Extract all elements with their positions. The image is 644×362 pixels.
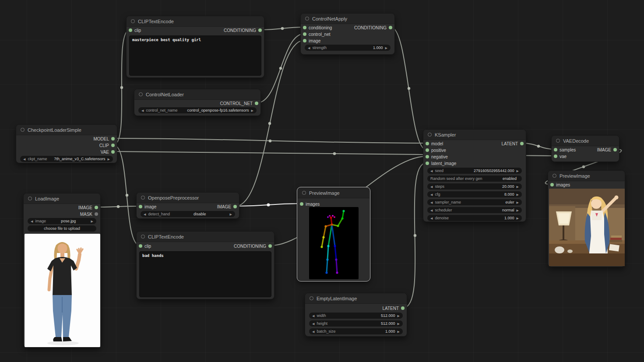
output-slot-image[interactable]: IMAGE <box>78 204 98 211</box>
node-emptylatentimage[interactable]: EmptyLatentImage LATENT width 512.000 he… <box>305 293 407 337</box>
node-vaedecode[interactable]: VAEDecode samples vae IMAGE <box>551 135 619 162</box>
decrement-arrow-icon[interactable] <box>430 201 433 204</box>
increment-arrow-icon[interactable] <box>230 213 232 216</box>
increment-arrow-icon[interactable] <box>398 330 400 333</box>
input-slot-control-net[interactable]: control_net <box>303 31 330 37</box>
decrement-arrow-icon[interactable] <box>141 109 144 112</box>
input-slot-images[interactable]: images <box>550 182 570 188</box>
input-slot-vae[interactable]: vae <box>554 153 567 159</box>
widget-control-net-name[interactable]: control_net_name control_openpose-fp16.s… <box>138 107 257 113</box>
output-slot-latent[interactable]: LATENT <box>501 141 524 147</box>
widget-strength[interactable]: strength 1.000 <box>305 45 391 51</box>
increment-arrow-icon[interactable] <box>517 217 519 220</box>
slot-dot[interactable] <box>95 212 98 216</box>
slot-dot[interactable] <box>426 148 429 152</box>
widget-random-seed-toggle[interactable]: Random seed after every gen enabled <box>427 176 522 182</box>
output-slot-image[interactable]: IMAGE <box>217 204 237 210</box>
decrement-arrow-icon[interactable] <box>312 330 314 333</box>
input-slot-image[interactable]: image <box>303 38 320 44</box>
decrement-arrow-icon[interactable] <box>430 217 433 220</box>
slot-dot[interactable] <box>233 205 237 208</box>
increment-arrow-icon[interactable] <box>517 193 519 196</box>
input-slot-model[interactable]: model <box>426 141 443 147</box>
node-cliptextencode-positive[interactable]: CLIPTextEncode clip CONDITIONING masterp… <box>126 16 264 78</box>
slot-dot[interactable] <box>258 28 262 32</box>
node-loadimage[interactable]: LoadImage IMAGE MASK image pose.jpg choo… <box>23 193 101 348</box>
node-previewimage-pose[interactable]: PreviewImage images <box>297 187 370 281</box>
slot-dot[interactable] <box>255 102 258 105</box>
output-slot-vae[interactable]: VAE <box>101 149 115 155</box>
node-collapse-icon[interactable] <box>556 139 560 143</box>
node-title-bar[interactable]: CLIPTextEncode <box>137 232 274 242</box>
increment-arrow-icon[interactable] <box>517 209 519 212</box>
node-openposepreprocessor[interactable]: OpenposePreprocessor image IMAGE detect_… <box>136 192 239 219</box>
input-slot-clip[interactable]: clip <box>139 243 151 249</box>
node-previewimage-result[interactable]: PreviewImage images <box>548 170 625 267</box>
increment-arrow-icon[interactable] <box>385 46 387 49</box>
slot-dot[interactable] <box>520 142 524 145</box>
widget-seed[interactable]: seed 279160502955442.000 <box>427 168 522 174</box>
prompt-textarea[interactable]: bad hands <box>139 251 271 297</box>
node-title-bar[interactable]: ControlNetApply <box>301 14 394 24</box>
increment-arrow-icon[interactable] <box>398 314 400 317</box>
slot-dot[interactable] <box>303 39 306 42</box>
input-slot-clip[interactable]: clip <box>129 27 141 33</box>
slot-dot[interactable] <box>303 32 306 36</box>
widget-image-file[interactable]: image pose.jpg <box>28 218 96 224</box>
slot-dot[interactable] <box>111 150 115 154</box>
decrement-arrow-icon[interactable] <box>430 193 433 196</box>
node-ksampler[interactable]: KSampler model positive negative latent_… <box>423 129 526 222</box>
slot-dot[interactable] <box>401 306 405 310</box>
decrement-arrow-icon[interactable] <box>312 322 314 325</box>
output-slot-conditioning[interactable]: CONDITIONING <box>224 27 262 33</box>
node-collapse-icon[interactable] <box>553 174 556 178</box>
node-title-bar[interactable]: VAEDecode <box>552 136 619 146</box>
widget-sampler-name[interactable]: sampler_name euler <box>427 199 522 205</box>
node-collapse-icon[interactable] <box>139 92 143 96</box>
node-title-bar[interactable]: PreviewImage <box>298 188 370 198</box>
node-title-bar[interactable]: CheckpointLoaderSimple <box>16 125 117 135</box>
decrement-arrow-icon[interactable] <box>430 169 433 172</box>
node-title-bar[interactable]: PreviewImage <box>548 171 625 181</box>
slot-dot[interactable] <box>554 155 557 158</box>
output-slot-conditioning[interactable]: CONDITIONING <box>354 25 392 31</box>
slot-dot[interactable] <box>426 142 429 145</box>
widget-detect-hand[interactable]: detect_hand disable <box>141 211 235 217</box>
increment-arrow-icon[interactable] <box>251 109 253 112</box>
slot-dot[interactable] <box>111 137 115 141</box>
slot-dot[interactable] <box>139 244 142 248</box>
node-controlnetapply[interactable]: ControlNetApply conditioning control_net… <box>300 13 395 55</box>
increment-arrow-icon[interactable] <box>517 185 519 188</box>
widget-batch-size[interactable]: batch_size 1.000 <box>309 328 403 334</box>
node-collapse-icon[interactable] <box>305 17 309 21</box>
node-collapse-icon[interactable] <box>428 133 432 137</box>
node-collapse-icon[interactable] <box>310 296 313 300</box>
decrement-arrow-icon[interactable] <box>430 185 433 188</box>
node-cliptextencode-negative[interactable]: CLIPTextEncode clip CONDITIONING bad han… <box>136 231 274 299</box>
widget-cfg[interactable]: cfg 8.000 <box>427 191 522 197</box>
input-slot-image[interactable]: image <box>139 204 156 210</box>
slot-dot[interactable] <box>300 202 303 206</box>
node-collapse-icon[interactable] <box>302 191 306 195</box>
output-slot-latent[interactable]: LATENT <box>382 305 405 311</box>
widget-steps[interactable]: steps 20.000 <box>427 183 522 190</box>
node-graph-canvas[interactable]: CLIPTextEncode clip CONDITIONING masterp… <box>0 0 644 362</box>
node-collapse-icon[interactable] <box>141 235 145 239</box>
slot-dot[interactable] <box>389 26 392 29</box>
input-slot-positive[interactable]: positive <box>426 147 446 153</box>
widget-scheduler[interactable]: scheduler normal <box>427 207 522 213</box>
upload-button[interactable]: choose file to upload <box>28 225 96 232</box>
decrement-arrow-icon[interactable] <box>23 158 25 161</box>
widget-denoise[interactable]: denoise 1.000 <box>427 215 522 221</box>
node-collapse-icon[interactable] <box>28 197 32 200</box>
output-slot-conditioning[interactable]: CONDITIONING <box>234 243 272 249</box>
slot-dot[interactable] <box>268 244 272 248</box>
node-title-bar[interactable]: LoadImage <box>24 193 100 204</box>
widget-width[interactable]: width 512.000 <box>309 313 403 319</box>
slot-dot[interactable] <box>303 26 306 29</box>
input-slot-conditioning[interactable]: conditioning <box>303 25 332 31</box>
output-slot-control-net[interactable]: CONTROL_NET <box>220 100 258 106</box>
output-slot-clip[interactable]: CLIP <box>99 142 115 148</box>
node-title-bar[interactable]: OpenposePreprocessor <box>137 193 239 203</box>
increment-arrow-icon[interactable] <box>517 169 519 172</box>
